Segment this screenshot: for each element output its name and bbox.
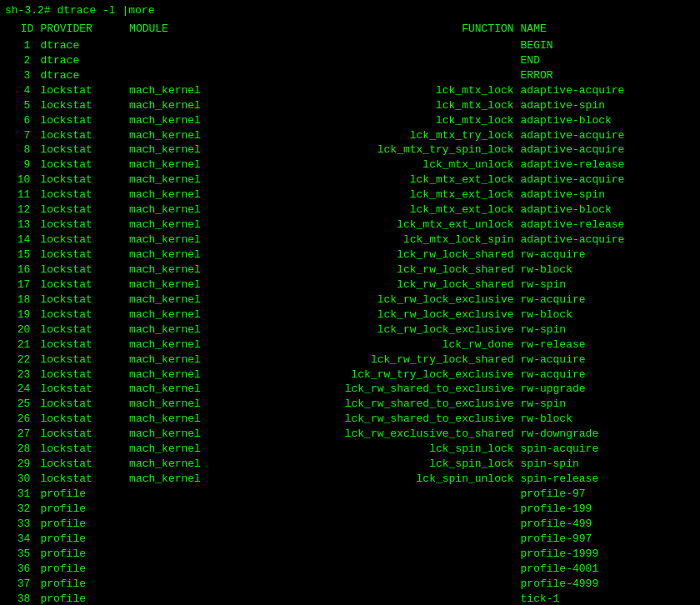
cell-id: 33 [5, 517, 37, 532]
cell-function: lck_rw_shared_to_exclusive [268, 412, 518, 427]
cell-function: lck_rw_try_lock_exclusive [268, 368, 518, 382]
cell-module: mach_kernel [126, 352, 268, 368]
cell-function: lck_rw_lock_shared [268, 278, 518, 292]
cell-module [126, 517, 268, 532]
cell-function [268, 487, 518, 502]
table-row: 35profileprofile-1999 [5, 547, 695, 562]
cell-provider: lockstat [37, 292, 126, 308]
cell-id: 20 [5, 322, 37, 338]
cell-module: mach_kernel [126, 158, 268, 172]
cell-name: rw-upgrade [518, 382, 695, 397]
cell-id: 37 [5, 577, 37, 592]
cell-function: lck_mtx_lock [268, 113, 518, 128]
cell-name: rw-block [518, 262, 695, 278]
cell-module [126, 562, 268, 577]
cell-function: lck_rw_shared_to_exclusive [268, 397, 518, 412]
cell-name: rw-acquire [518, 248, 695, 262]
cell-provider: lockstat [37, 427, 126, 442]
cell-id: 23 [5, 368, 37, 382]
cell-function: lck_rw_lock_shared [268, 262, 518, 278]
cell-provider: lockstat [37, 98, 126, 113]
cell-provider: lockstat [37, 368, 126, 382]
table-row: 20lockstatmach_kernellck_rw_lock_exclusi… [5, 322, 695, 338]
cell-module: mach_kernel [126, 278, 268, 292]
cell-id: 14 [5, 232, 37, 248]
cell-provider: profile [37, 577, 126, 592]
cell-name: adaptive-acquire [518, 142, 695, 158]
cell-id: 7 [5, 128, 37, 143]
cell-name: adaptive-acquire [518, 128, 695, 143]
table-row: 16lockstatmach_kernellck_rw_lock_sharedr… [5, 262, 695, 278]
cell-module [126, 547, 268, 562]
cell-module: mach_kernel [126, 412, 268, 427]
cell-id: 16 [5, 262, 37, 278]
cell-function: lck_spin_lock [268, 442, 518, 457]
cell-module [126, 53, 268, 68]
cell-name: rw-acquire [518, 352, 695, 368]
table-row: 15lockstatmach_kernellck_rw_lock_sharedr… [5, 248, 695, 262]
cell-module: mach_kernel [126, 292, 268, 308]
cell-provider: lockstat [37, 128, 126, 143]
cell-provider: lockstat [37, 113, 126, 128]
table-row: 5lockstatmach_kernellck_mtx_lockadaptive… [5, 98, 695, 113]
cell-provider: lockstat [37, 278, 126, 292]
cell-id: 15 [5, 248, 37, 262]
table-row: 12lockstatmach_kernellck_mtx_ext_lockada… [5, 202, 695, 218]
cell-name: adaptive-acquire [518, 172, 695, 188]
header-provider: PROVIDER [37, 22, 126, 38]
cell-id: 4 [5, 83, 37, 98]
table-row: 34profileprofile-997 [5, 532, 695, 547]
cell-module: mach_kernel [126, 202, 268, 218]
cell-module: mach_kernel [126, 382, 268, 397]
cell-module: mach_kernel [126, 472, 268, 487]
table-row: 27lockstatmach_kernellck_rw_exclusive_to… [5, 427, 695, 442]
cell-provider: lockstat [37, 338, 126, 352]
table-row: 31profileprofile-97 [5, 487, 695, 502]
table-row: 25lockstatmach_kernellck_rw_shared_to_ex… [5, 397, 695, 412]
cell-name: rw-acquire [518, 292, 695, 308]
cell-provider: lockstat [37, 142, 126, 158]
cell-module [126, 577, 268, 592]
cell-function [268, 547, 518, 562]
cell-id: 35 [5, 547, 37, 562]
cell-name: rw-spin [518, 322, 695, 338]
cell-name: rw-acquire [518, 368, 695, 382]
cell-function: lck_mtx_ext_lock [268, 172, 518, 188]
cell-provider: lockstat [37, 322, 126, 338]
cell-module: mach_kernel [126, 218, 268, 232]
cell-provider: dtrace [37, 68, 126, 83]
cell-name: ERROR [518, 68, 695, 83]
cell-module: mach_kernel [126, 338, 268, 352]
cell-name: adaptive-acquire [518, 83, 695, 98]
cell-function: lck_mtx_lock [268, 83, 518, 98]
cell-module: mach_kernel [126, 248, 268, 262]
cell-name: rw-spin [518, 278, 695, 292]
cell-function: lck_mtx_try_lock [268, 128, 518, 143]
table-row: 2dtraceEND [5, 53, 695, 68]
table-row: 26lockstatmach_kernellck_rw_shared_to_ex… [5, 412, 695, 427]
cell-provider: lockstat [37, 472, 126, 487]
cell-name: profile-997 [518, 532, 695, 547]
cell-function [268, 38, 518, 53]
table-row: 38profiletick-1 [5, 592, 695, 605]
cell-function: lck_rw_lock_exclusive [268, 308, 518, 322]
cell-function: lck_spin_lock [268, 457, 518, 472]
cell-id: 25 [5, 397, 37, 412]
cell-name: profile-4999 [518, 577, 695, 592]
cell-function: lck_rw_exclusive_to_shared [268, 427, 518, 442]
table-row: 14lockstatmach_kernellck_mtx_lock_spinad… [5, 232, 695, 248]
cell-id: 32 [5, 502, 37, 517]
cell-id: 9 [5, 158, 37, 172]
cell-id: 22 [5, 352, 37, 368]
table-row: 37profileprofile-4999 [5, 577, 695, 592]
cell-id: 28 [5, 442, 37, 457]
table-row: 33profileprofile-499 [5, 517, 695, 532]
cell-function: lck_rw_lock_exclusive [268, 322, 518, 338]
cell-name: tick-1 [518, 592, 695, 605]
cell-provider: profile [37, 502, 126, 517]
cell-module: mach_kernel [126, 368, 268, 382]
cell-provider: dtrace [37, 53, 126, 68]
cell-id: 21 [5, 338, 37, 352]
cell-provider: lockstat [37, 352, 126, 368]
cell-name: profile-4001 [518, 562, 695, 577]
